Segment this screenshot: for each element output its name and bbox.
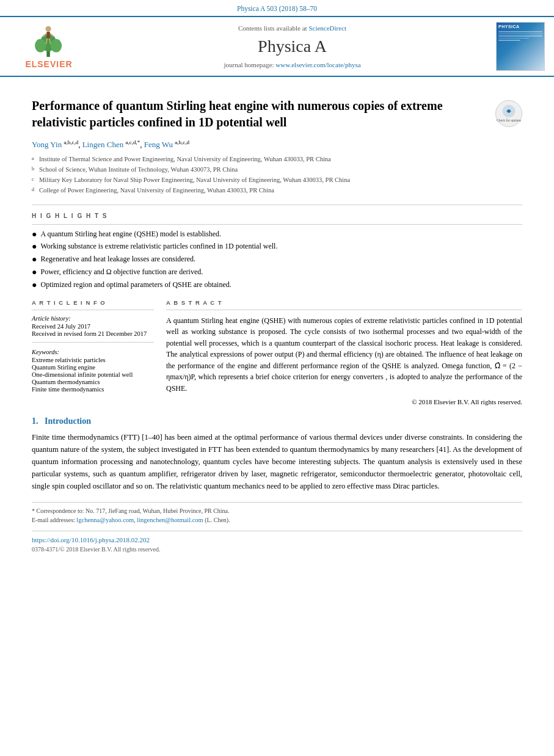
author-yong-yin[interactable]: Yong Yin [32, 140, 62, 149]
divider-highlights [32, 205, 522, 205]
bullet-5: ● [32, 280, 37, 291]
journal-homepage-link[interactable]: www.elsevier.com/locate/physa [275, 61, 360, 68]
highlight-text-5: Optimized region and optimal parameters … [40, 280, 231, 289]
highlight-item-3: ● Regenerative and heat leakage losses a… [32, 255, 522, 265]
highlights-label: H I G H L I G H T S [32, 213, 522, 219]
keyword-2: Quantum Stirling engine [32, 364, 154, 371]
elsevier-brand-text: ELSEVIER [25, 59, 72, 69]
info-abstract-section: A R T I C L E I N F O Article history: R… [32, 299, 522, 405]
correspondence-footnote: * Correspondence to: No. 717, JieFang ro… [32, 506, 522, 515]
page-container: Physica A 503 (2018) 58–70 [0, 0, 554, 571]
keywords-section: Keywords: Extreme relativistic particles… [32, 349, 154, 393]
keyword-5: Finite time thermodynamics [32, 386, 154, 393]
bullet-2: ● [32, 242, 37, 252]
sciencedirect-link: Contents lists available at ScienceDirec… [238, 24, 346, 32]
intro-paragraph: Finite time thermodynamics (FTT) [1–40] … [32, 431, 522, 492]
highlight-item-4: ● Power, efficiency and Ω objective func… [32, 267, 522, 278]
highlight-text-1: A quantum Stirling heat engine (QSHE) mo… [40, 230, 221, 239]
received-date: Received 24 July 2017 [32, 323, 154, 330]
authors-line: Yong Yin a,b,c,d, Lingen Chen a,c,d,*, F… [32, 139, 522, 150]
article-content: Check for updates Performance of quantum… [0, 77, 554, 553]
keywords-label: Keywords: [32, 349, 154, 355]
keyword-1: Extreme relativistic particles [32, 357, 154, 363]
affiliation-c: c Military Key Laboratory for Naval Ship… [32, 175, 522, 186]
citation-text: Physica A 503 (2018) 58–70 [237, 5, 317, 12]
journal-homepage: journal homepage: www.elsevier.com/locat… [224, 61, 360, 68]
svg-point-4 [46, 26, 51, 31]
cover-decorative [498, 31, 542, 42]
abstract-text: A quantum Stirling heat engine (QSHE) wi… [166, 315, 522, 394]
introduction-section: 1. Introduction Finite time thermodynami… [32, 416, 522, 492]
citation-bar: Physica A 503 (2018) 58–70 [0, 0, 554, 16]
affiliations-section: a Institute of Thermal Science and Power… [32, 154, 522, 195]
journal-center-section: Contents lists available at ScienceDirec… [98, 22, 487, 71]
intro-section-title: 1. Introduction [32, 416, 522, 426]
highlight-item-2: ● Working substance is extreme relativis… [32, 242, 522, 252]
highlight-text-2: Working substance is extreme relativisti… [40, 242, 277, 251]
svg-point-11 [508, 110, 511, 113]
svg-point-2 [35, 38, 46, 52]
bullet-4: ● [32, 267, 37, 278]
affiliation-d: d College of Power Engineering, Naval Un… [32, 186, 522, 196]
svg-point-3 [51, 38, 62, 52]
email-footnote: E-mail addresses: lgchenna@yahoo.com, li… [32, 515, 522, 525]
affiliation-a: a Institute of Thermal Science and Power… [32, 154, 522, 165]
journal-header: ELSEVIER Contents lists available at Sci… [0, 16, 554, 77]
issn-text: 0378-4371/© 2018 Elsevier B.V. All right… [32, 546, 522, 553]
copyright-line: © 2018 Elsevier B.V. All rights reserved… [166, 398, 522, 405]
check-updates-label: Check for updates [497, 118, 521, 123]
updates-icon [502, 104, 516, 118]
email2-link[interactable]: lingenchen@hotmail.com [137, 517, 203, 523]
highlight-item-5: ● Optimized region and optimal parameter… [32, 280, 522, 291]
history-label: Article history: [32, 315, 154, 322]
bullet-1: ● [32, 230, 37, 240]
journal-cover-image: PHYSICA [496, 22, 545, 71]
journal-cover-section: PHYSICA [493, 22, 548, 71]
highlight-item-1: ● A quantum Stirling heat engine (QSHE) … [32, 230, 522, 240]
article-info-column: A R T I C L E I N F O Article history: R… [32, 299, 154, 405]
highlight-text-4: Power, efficiency and Ω objective functi… [40, 267, 203, 277]
author-feng-wu[interactable]: Feng Wu [144, 140, 173, 149]
affiliation-b: b School of Science, Wuhan Institute of … [32, 165, 522, 175]
bullet-3: ● [32, 255, 37, 265]
footnotes-section: * Correspondence to: No. 717, JieFang ro… [32, 502, 522, 525]
title-section: Check for updates Performance of quantum… [32, 98, 522, 139]
keyword-3: One-dimensional infinite potential well [32, 371, 154, 378]
abstract-column: A B S T R A C T A quantum Stirling heat … [166, 299, 522, 405]
check-updates-badge[interactable]: Check for updates [495, 100, 522, 127]
sciencedirect-anchor[interactable]: ScienceDirect [308, 24, 346, 32]
elsevier-logo: ELSEVIER [24, 24, 73, 69]
doi-section: https://doi.org/10.1016/j.physa.2018.02.… [32, 531, 522, 553]
svg-rect-5 [46, 31, 50, 38]
elsevier-logo-section: ELSEVIER [6, 22, 92, 71]
article-info-label: A R T I C L E I N F O [32, 299, 154, 306]
keyword-4: Quantum thermodynamics [32, 379, 154, 385]
highlights-section: H I G H L I G H T S ● A quantum Stirling… [32, 213, 522, 291]
abstract-label: A B S T R A C T [166, 299, 522, 306]
highlights-list: ● A quantum Stirling heat engine (QSHE) … [32, 230, 522, 291]
cover-title: PHYSICA [498, 24, 520, 29]
received-revised-date: Received in revised form 21 December 201… [32, 330, 154, 337]
email1-link[interactable]: lgchenna@yahoo.com [76, 517, 134, 523]
article-title: Performance of quantum Stirling heat eng… [32, 98, 522, 131]
journal-title: Physica A [258, 37, 327, 56]
elsevier-tree-icon [24, 24, 73, 58]
highlight-text-3: Regenerative and heat leakage losses are… [40, 255, 195, 264]
doi-link[interactable]: https://doi.org/10.1016/j.physa.2018.02.… [32, 536, 150, 543]
author-lingen-chen[interactable]: Lingen Chen [82, 140, 124, 149]
